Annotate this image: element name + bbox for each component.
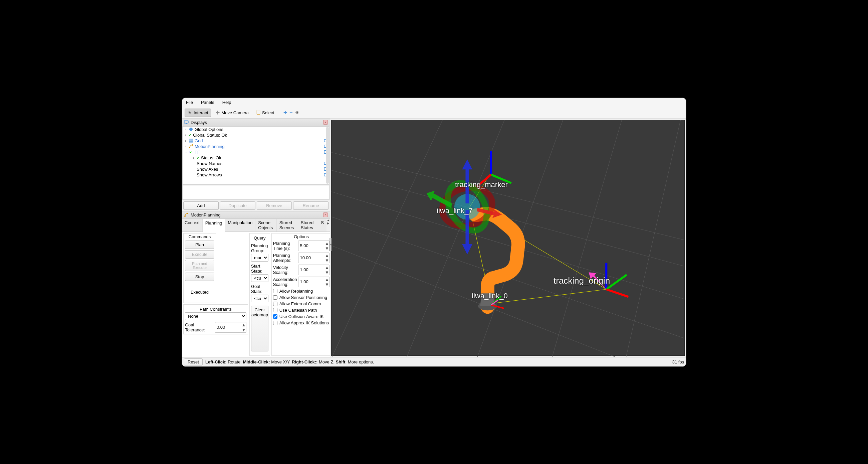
svg-point-5 <box>192 144 193 146</box>
menubar: File Panels Help <box>182 98 686 107</box>
stop-button[interactable]: Stop <box>185 272 214 281</box>
commands-column: Commands Plan Execute Plan and Execute S… <box>183 233 216 303</box>
goal-state-select[interactable]: <current> <box>251 295 269 302</box>
main-area: Displays × › Global Options › ✔ Global S… <box>182 119 686 357</box>
tab-scene-objects[interactable]: Scene Objects <box>255 219 277 232</box>
tree-show-arrows[interactable]: Show Arrows <box>197 172 322 177</box>
svg-line-17 <box>399 120 511 357</box>
planning-attempts-label: Planning Attempts: <box>273 253 297 263</box>
tab-manipulation[interactable]: Manipulation <box>225 219 255 232</box>
tab-context[interactable]: Context <box>182 219 203 232</box>
remove-tool-icon[interactable]: ━ <box>289 110 293 115</box>
accel-scaling-spinbox[interactable]: ▲▼ <box>298 277 330 287</box>
tree-tf-status[interactable]: Status: Ok <box>201 155 328 161</box>
executed-label: Executed <box>185 290 214 295</box>
execute-button[interactable]: Execute <box>185 250 214 259</box>
options-icon <box>189 127 193 132</box>
displays-close-icon[interactable]: × <box>323 120 328 125</box>
approx-ik-checkbox[interactable] <box>273 321 277 325</box>
cartesian-checkbox[interactable] <box>273 308 277 312</box>
tool-select[interactable]: Select <box>253 109 277 117</box>
add-tool-icon[interactable]: ✚ <box>283 110 287 115</box>
rviz-window: File Panels Help Interact Move Camera Se… <box>182 97 686 367</box>
planning-attempts-spinbox[interactable]: ▲▼ <box>298 253 330 263</box>
toolbar: Interact Move Camera Select ✚ ━ 👁 <box>182 107 686 119</box>
allow-external-label: Allow External Comm. <box>279 301 322 306</box>
displays-tree[interactable]: › Global Options › ✔ Global Status: Ok ›… <box>182 126 330 185</box>
menu-panels[interactable]: Panels <box>199 99 216 106</box>
motionplanning-icon <box>189 144 193 149</box>
fps-counter: 31 fps <box>672 359 684 365</box>
expand-arrow-icon[interactable]: › <box>184 127 187 131</box>
tree-global-options[interactable]: Global Options <box>195 127 328 132</box>
expand-arrow-icon[interactable]: › <box>184 133 187 137</box>
goal-tolerance-input[interactable] <box>215 324 241 330</box>
mp-panel-header: MotionPlanning × <box>182 211 330 219</box>
planning-attempts-input[interactable] <box>299 255 324 261</box>
tree-global-status[interactable]: Global Status: Ok <box>193 133 328 138</box>
left-panel: Displays × › Global Options › ✔ Global S… <box>182 119 330 357</box>
svg-point-3 <box>189 127 193 131</box>
planning-time-label: Planning Time (s): <box>273 241 297 251</box>
tree-motionplanning[interactable]: MotionPlanning <box>195 144 322 149</box>
path-constraints-title: Path Constraints <box>185 306 246 312</box>
allow-sensor-checkbox[interactable] <box>273 295 277 300</box>
plan-button[interactable]: Plan <box>185 240 214 249</box>
displays-scrollbar[interactable] <box>326 127 329 184</box>
svg-point-9 <box>184 215 186 217</box>
tab-planning[interactable]: Planning <box>203 219 225 232</box>
displays-panel-title: Displays <box>191 120 321 125</box>
mp-close-icon[interactable]: × <box>323 212 328 217</box>
menu-help[interactable]: Help <box>221 99 233 106</box>
tree-tf[interactable]: TF <box>195 150 322 155</box>
tab-stored-states[interactable]: Stored States <box>298 219 318 232</box>
tab-stored-scenes[interactable]: Stored Scenes <box>277 219 298 232</box>
tree-grid[interactable]: Grid <box>195 138 322 143</box>
status-ok-icon: ✔ <box>197 156 199 160</box>
velocity-scaling-spinbox[interactable]: ▲▼ <box>298 265 330 275</box>
goal-tolerance-spinbox[interactable]: ▲▼ <box>215 322 246 333</box>
mp-tabs: Context Planning Manipulation Scene Obje… <box>182 219 330 232</box>
tabs-scroll-icon[interactable]: ◀▶ <box>327 219 330 232</box>
duplicate-button[interactable]: Duplicate <box>220 201 255 210</box>
allow-sensor-label: Allow Sensor Positioning <box>279 295 327 300</box>
menu-file[interactable]: File <box>185 99 194 106</box>
planning-group-select[interactable]: manipulator <box>251 254 269 262</box>
query-column: Query Planning Group: manipulator Start … <box>249 233 270 356</box>
plan-and-execute-button[interactable]: Plan and Execute <box>185 260 214 271</box>
motionplanning-icon <box>184 212 189 217</box>
rename-button[interactable]: Rename <box>293 201 329 210</box>
tf-icon <box>189 150 193 154</box>
expand-arrow-icon[interactable]: › <box>192 156 195 160</box>
velocity-scaling-input[interactable] <box>299 267 324 273</box>
expand-arrow-icon[interactable]: › <box>184 139 187 143</box>
remove-button[interactable]: Remove <box>257 201 292 210</box>
start-state-select[interactable]: <current> <box>251 274 269 282</box>
accel-scaling-input[interactable] <box>299 279 324 285</box>
add-button[interactable]: Add <box>183 201 219 210</box>
path-constraints-select[interactable]: None <box>185 312 246 320</box>
goal-tolerance-label: Goal Tolerance: <box>185 322 214 332</box>
tool-interact[interactable]: Interact <box>185 109 211 117</box>
planning-time-spinbox[interactable]: ▲▼ <box>298 240 330 251</box>
tree-show-axes[interactable]: Show Axes <box>197 167 322 172</box>
displays-icon <box>184 120 189 125</box>
collapse-arrow-icon[interactable]: ⌄ <box>184 150 187 154</box>
focus-icon[interactable]: 👁 <box>295 110 300 115</box>
displays-description <box>182 185 330 200</box>
svg-line-31 <box>479 174 491 184</box>
allow-external-checkbox[interactable] <box>273 302 277 306</box>
tool-move-camera[interactable]: Move Camera <box>212 109 252 117</box>
tab-more[interactable]: S <box>318 219 327 232</box>
approx-ik-label: Allow Approx IK Solutions <box>279 320 329 325</box>
tree-show-names[interactable]: Show Names <box>197 161 322 166</box>
expand-arrow-icon[interactable]: › <box>184 145 187 148</box>
statusbar: Reset Left-Click: Rotate. Middle-Click: … <box>182 357 686 367</box>
allow-replanning-checkbox[interactable] <box>273 289 277 293</box>
clear-octomap-button[interactable]: Clear octomap <box>251 306 269 351</box>
collision-ik-checkbox[interactable] <box>273 314 277 319</box>
3d-viewport[interactable]: ◂ <box>331 120 685 356</box>
grid-icon <box>189 138 193 143</box>
reset-button[interactable]: Reset <box>184 358 203 366</box>
planning-time-input[interactable] <box>299 242 324 249</box>
